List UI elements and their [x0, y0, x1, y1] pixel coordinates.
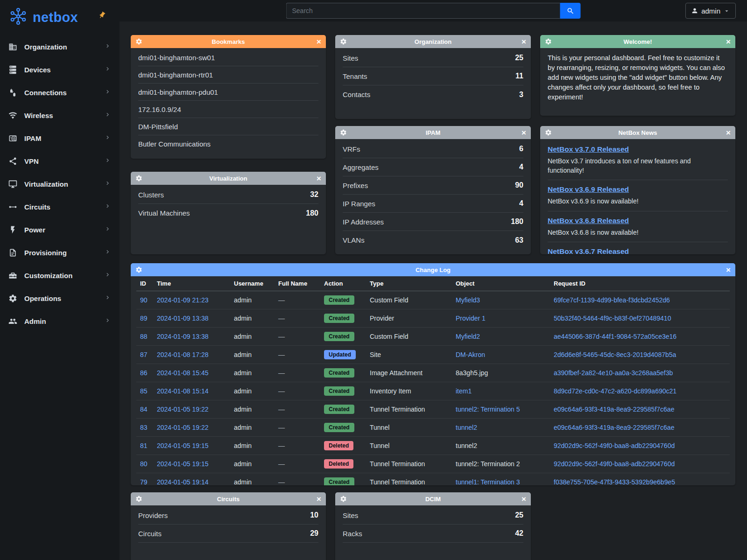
- widget-close-icon[interactable]: ×: [317, 175, 321, 182]
- widget-close-icon[interactable]: ×: [726, 38, 731, 45]
- news-title-link[interactable]: NetBox v3.6.8 Released: [548, 217, 629, 224]
- changelog-id-link[interactable]: 84: [140, 406, 148, 413]
- widget-close-icon[interactable]: ×: [317, 496, 321, 503]
- brand[interactable]: netbox: [0, 0, 120, 33]
- bookmark-link[interactable]: dmi01-binghamton-rtr01: [138, 71, 213, 79]
- sidebar-item-operations[interactable]: Operations: [0, 287, 120, 310]
- widget-close-icon[interactable]: ×: [521, 496, 526, 503]
- stat-label[interactable]: IP Addresses: [343, 218, 384, 226]
- sidebar-item-connections[interactable]: Connections: [0, 81, 120, 104]
- sidebar-item-power[interactable]: Power: [0, 218, 120, 241]
- bookmark-link[interactable]: DM-Pittsfield: [138, 123, 178, 131]
- stat-label[interactable]: Virtual Machines: [138, 209, 190, 217]
- changelog-object-link[interactable]: tunnel2: [456, 424, 477, 431]
- sidebar-item-organization[interactable]: Organization: [0, 35, 120, 58]
- changelog-column-header[interactable]: Username: [230, 276, 275, 291]
- sidebar-item-wireless[interactable]: Wireless: [0, 104, 120, 127]
- stat-label[interactable]: VRFs: [343, 145, 360, 153]
- bookmark-link[interactable]: Butler Communications: [138, 140, 211, 148]
- stat-label[interactable]: Aggregates: [343, 163, 379, 171]
- news-title-link[interactable]: NetBox v3.7.0 Released: [548, 145, 629, 153]
- widget-config-icon[interactable]: [340, 38, 347, 45]
- changelog-object-link[interactable]: tunnel1: Termination 3: [456, 478, 520, 485]
- changelog-object-link[interactable]: tunnel2: Termination 5: [456, 406, 520, 413]
- widget-config-icon[interactable]: [135, 175, 142, 182]
- changelog-object-link[interactable]: Myfield2: [456, 333, 480, 340]
- changelog-request-link[interactable]: e09c64a6-93f3-419a-8ea9-229585f7c6ae: [554, 424, 674, 431]
- widget-config-icon[interactable]: [545, 129, 552, 136]
- changelog-column-header[interactable]: Action: [320, 276, 366, 291]
- changelog-request-link[interactable]: 2d6d6e8f-5465-45dc-8ec3-2019d4087b5a: [554, 351, 676, 358]
- sidebar-item-virtualization[interactable]: Virtualization: [0, 173, 120, 196]
- stat-label[interactable]: Tenants: [343, 72, 367, 80]
- pin-sidebar-icon[interactable]: [98, 11, 106, 20]
- changelog-column-header[interactable]: Full Name: [275, 276, 320, 291]
- changelog-id-link[interactable]: 88: [140, 333, 148, 340]
- changelog-time-link[interactable]: 2024-01-05 19:22: [157, 406, 209, 413]
- changelog-id-link[interactable]: 85: [140, 387, 148, 395]
- user-menu-button[interactable]: admin: [685, 3, 736, 19]
- stat-label[interactable]: Racks: [343, 530, 362, 538]
- changelog-object-link[interactable]: item1: [456, 387, 472, 395]
- sidebar-item-provisioning[interactable]: Provisioning: [0, 241, 120, 264]
- changelog-request-link[interactable]: 8d9cd72e-cd0c-47c2-a620-dc899a690c21: [554, 387, 677, 395]
- changelog-time-link[interactable]: 2024-01-08 15:45: [157, 369, 209, 377]
- changelog-id-link[interactable]: 90: [140, 296, 148, 304]
- changelog-id-link[interactable]: 87: [140, 351, 148, 358]
- changelog-request-link[interactable]: 92d02d9c-562f-49f0-baa8-adb22904760d: [554, 460, 675, 468]
- news-title-link[interactable]: NetBox v3.6.7 Released: [548, 247, 629, 254]
- changelog-request-link[interactable]: f038e755-705e-47f3-9433-5392b9e6b9e5: [554, 478, 675, 485]
- changelog-column-header[interactable]: Object: [452, 276, 550, 291]
- widget-close-icon[interactable]: ×: [726, 266, 731, 273]
- stat-label[interactable]: IP Ranges: [343, 200, 375, 208]
- bookmark-link[interactable]: dmi01-binghamton-pdu01: [138, 88, 218, 96]
- stat-label[interactable]: Providers: [138, 511, 168, 519]
- changelog-time-link[interactable]: 2024-01-05 19:22: [157, 424, 209, 431]
- changelog-column-header[interactable]: Time: [153, 276, 230, 291]
- changelog-time-link[interactable]: 2024-01-09 13:38: [157, 315, 209, 322]
- changelog-object-link[interactable]: Provider 1: [456, 315, 486, 322]
- changelog-time-link[interactable]: 2024-01-08 17:28: [157, 351, 209, 358]
- stat-label[interactable]: Contacts: [343, 91, 370, 98]
- bookmark-link[interactable]: dmi01-binghamton-sw01: [138, 54, 215, 62]
- widget-config-icon[interactable]: [135, 266, 142, 273]
- changelog-request-link[interactable]: 69fce7cf-1139-4d99-bfea-f3dcbd2452d6: [554, 296, 670, 304]
- stat-label[interactable]: Clusters: [138, 191, 164, 199]
- changelog-id-link[interactable]: 79: [140, 478, 148, 485]
- changelog-column-header[interactable]: Type: [366, 276, 452, 291]
- stat-label[interactable]: Circuits: [138, 530, 162, 538]
- changelog-time-link[interactable]: 2024-01-05 19:14: [157, 478, 209, 485]
- search-input[interactable]: [286, 3, 560, 19]
- changelog-time-link[interactable]: 2024-01-05 19:15: [157, 460, 209, 468]
- changelog-time-link[interactable]: 2024-01-05 19:15: [157, 442, 209, 449]
- changelog-id-link[interactable]: 83: [140, 424, 148, 431]
- changelog-id-link[interactable]: 81: [140, 442, 148, 449]
- widget-close-icon[interactable]: ×: [521, 129, 526, 136]
- widget-close-icon[interactable]: ×: [521, 38, 526, 45]
- changelog-request-link[interactable]: a390fbef-2a82-4e10-aa0a-3c268aa5ef3b: [554, 369, 673, 377]
- sidebar-item-vpn[interactable]: VPN: [0, 150, 120, 173]
- widget-close-icon[interactable]: ×: [317, 38, 321, 45]
- changelog-id-link[interactable]: 89: [140, 315, 148, 322]
- changelog-object-link[interactable]: DM-Akron: [456, 351, 485, 358]
- changelog-request-link[interactable]: e09c64a6-93f3-419a-8ea9-229585f7c6ae: [554, 406, 674, 413]
- sidebar-item-admin[interactable]: Admin: [0, 310, 120, 333]
- sidebar-item-customization[interactable]: Customization: [0, 264, 120, 287]
- changelog-column-header[interactable]: ID: [136, 276, 153, 291]
- changelog-id-link[interactable]: 86: [140, 369, 148, 377]
- widget-config-icon[interactable]: [545, 38, 552, 45]
- changelog-time-link[interactable]: 2024-01-09 21:23: [157, 296, 209, 304]
- changelog-time-link[interactable]: 2024-01-08 15:14: [157, 387, 209, 395]
- stat-label[interactable]: VLANs: [343, 236, 365, 244]
- sidebar-item-circuits[interactable]: Circuits: [0, 196, 120, 218]
- stat-label[interactable]: Prefixes: [343, 182, 368, 189]
- widget-close-icon[interactable]: ×: [726, 129, 731, 136]
- sidebar-item-ipam[interactable]: IPAM: [0, 127, 120, 150]
- stat-label[interactable]: Sites: [343, 511, 358, 519]
- sidebar-item-devices[interactable]: Devices: [0, 58, 120, 81]
- changelog-request-link[interactable]: 50b32f40-5464-4f9c-b83f-0ef270489410: [554, 315, 671, 322]
- changelog-time-link[interactable]: 2024-01-09 13:38: [157, 333, 209, 340]
- stat-label[interactable]: Sites: [343, 54, 358, 62]
- news-title-link[interactable]: NetBox v3.6.9 Released: [548, 185, 629, 193]
- changelog-id-link[interactable]: 80: [140, 460, 148, 468]
